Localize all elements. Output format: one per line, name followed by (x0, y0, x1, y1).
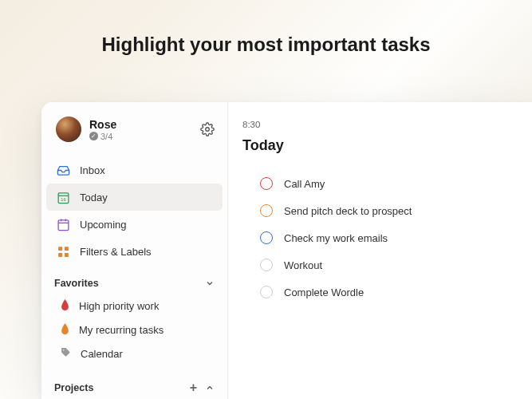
svg-point-12 (63, 350, 65, 351)
task-checkbox[interactable] (260, 177, 273, 190)
drop-icon (61, 299, 69, 312)
time-display: 8:30 (242, 120, 532, 129)
nav-label: Today (80, 192, 108, 203)
sidebar-item-upcoming[interactable]: Upcoming (46, 211, 223, 238)
task-checkbox[interactable] (260, 231, 273, 244)
favorites-list: High priority work My recurring tasks Ca… (41, 294, 227, 365)
section-label: Projects (54, 382, 93, 393)
settings-button[interactable] (199, 120, 216, 138)
task-label: Workout (284, 259, 322, 271)
svg-rect-4 (58, 219, 69, 230)
favorite-label: My recurring tasks (79, 324, 164, 336)
profile-name: Rose (89, 118, 199, 131)
main-content: 8:30 Today Call Amy Send pitch deck to p… (228, 102, 532, 399)
check-badge-icon: ✓ (89, 132, 98, 140)
svg-text:16: 16 (61, 196, 65, 201)
avatar[interactable] (56, 117, 81, 142)
inbox-icon (56, 163, 70, 177)
filters-icon (56, 244, 70, 259)
task-item[interactable]: Workout (260, 251, 532, 279)
sidebar: Rose ✓ 3/4 Inbox (41, 102, 228, 399)
chevron-down-icon (205, 279, 215, 288)
task-label: Complete Wordle (284, 286, 364, 298)
upcoming-icon (56, 217, 70, 231)
chevron-up-icon (205, 383, 215, 393)
favorite-item[interactable]: My recurring tasks (41, 318, 227, 342)
task-item[interactable]: Complete Wordle (260, 279, 532, 306)
gear-icon (200, 122, 215, 136)
favorite-item[interactable]: High priority work (41, 294, 227, 318)
main-nav: Inbox 16 Today Upcoming Filters & Labels (41, 153, 227, 268)
progress-text: 3/4 (100, 132, 112, 141)
sidebar-item-filters[interactable]: Filters & Labels (46, 238, 223, 265)
favorites-header[interactable]: Favorites (41, 268, 227, 294)
nav-label: Filters & Labels (80, 246, 152, 258)
nav-label: Inbox (80, 164, 105, 176)
profile-progress: ✓ 3/4 (89, 132, 199, 141)
svg-rect-8 (58, 247, 62, 251)
task-label: Send pitch deck to prospect (284, 205, 412, 217)
profile-text: Rose ✓ 3/4 (89, 118, 199, 141)
svg-rect-11 (64, 252, 68, 256)
section-label: Favorites (54, 278, 99, 289)
task-label: Check my work emails (284, 232, 388, 244)
drop-icon (61, 323, 69, 336)
add-project-button[interactable]: + (190, 381, 197, 394)
sidebar-item-inbox[interactable]: Inbox (46, 156, 223, 184)
app-window: Rose ✓ 3/4 Inbox (41, 102, 532, 399)
projects-header[interactable]: Projects + (41, 372, 227, 399)
sidebar-item-today[interactable]: 16 Today (46, 184, 223, 211)
profile-row[interactable]: Rose ✓ 3/4 (41, 117, 227, 153)
hero-title: Highlight your most important tasks (0, 0, 532, 56)
svg-point-0 (206, 128, 210, 132)
favorite-label: Calendar (81, 348, 123, 360)
tag-icon (61, 347, 71, 360)
task-item[interactable]: Check my work emails (260, 224, 532, 251)
task-checkbox[interactable] (260, 259, 273, 271)
favorite-label: High priority work (79, 300, 159, 312)
task-list: Call Amy Send pitch deck to prospect Che… (242, 170, 532, 306)
svg-rect-10 (58, 252, 62, 256)
svg-rect-9 (64, 247, 68, 251)
task-label: Call Amy (284, 178, 325, 190)
page-title: Today (242, 137, 532, 154)
task-checkbox[interactable] (260, 204, 273, 217)
favorite-item[interactable]: Calendar (41, 342, 227, 365)
nav-label: Upcoming (80, 219, 127, 231)
task-item[interactable]: Send pitch deck to prospect (260, 197, 532, 224)
task-checkbox[interactable] (260, 286, 273, 298)
today-icon: 16 (56, 190, 70, 204)
task-item[interactable]: Call Amy (260, 170, 532, 197)
